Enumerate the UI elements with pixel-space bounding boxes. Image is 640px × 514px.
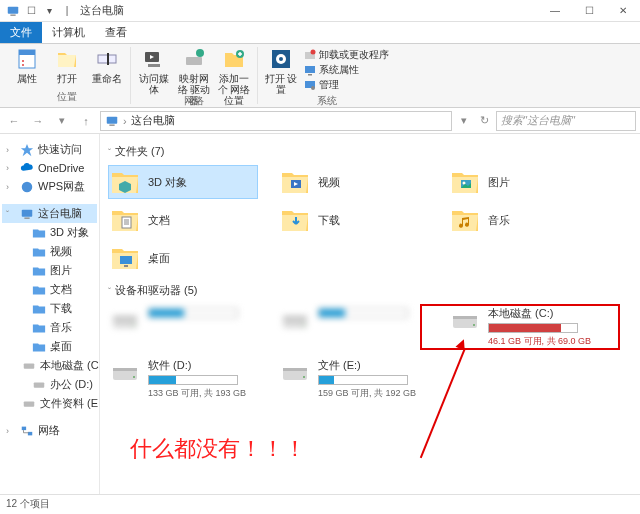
drive-name: 本地磁盘 (C:) — [488, 306, 591, 321]
folder-item[interactable]: 3D 对象 — [108, 165, 258, 199]
svg-rect-48 — [453, 316, 477, 319]
expand-icon[interactable]: ˇ — [6, 209, 16, 219]
drive-item[interactable] — [278, 304, 428, 350]
svg-rect-32 — [22, 426, 26, 430]
properties-label: 属性 — [17, 73, 37, 84]
expand-icon[interactable]: › — [6, 182, 16, 192]
folder-item[interactable]: 桌面 — [108, 241, 258, 275]
main-area: ›快速访问›OneDrive›WPS网盘ˇ这台电脑3D 对象视频图片文档下载音乐… — [0, 134, 640, 494]
maximize-button[interactable]: ☐ — [572, 0, 606, 22]
folder-label: 下载 — [318, 213, 340, 228]
ribbon-group-network: 访问媒体 映射网络 驱动器 添加一个 网络位置 网络 — [131, 47, 258, 104]
drive-item[interactable] — [108, 304, 258, 350]
manage-button[interactable]: 管理 — [304, 77, 339, 92]
close-button[interactable]: ✕ — [606, 0, 640, 22]
address-bar[interactable]: › 这台电脑 — [100, 111, 452, 131]
svg-rect-54 — [283, 368, 307, 371]
sidebar-item-label: 3D 对象 — [50, 225, 89, 240]
drive-grid: 本地磁盘 (C:)46.1 GB 可用, 共 69.0 GB软件 (D:)133… — [108, 304, 632, 402]
minimize-button[interactable]: — — [538, 0, 572, 22]
drive-bar — [148, 375, 238, 385]
pc-icon[interactable] — [6, 4, 20, 18]
svg-rect-7 — [107, 53, 109, 65]
addr-dropdown-button[interactable]: ▾ — [456, 111, 472, 131]
sidebar-item-4[interactable]: 3D 对象 — [2, 223, 97, 242]
chevron-down-icon: ˇ — [108, 286, 111, 296]
sidebar-item-label: 文件资料 (E:) — [40, 396, 100, 411]
sidebar: ›快速访问›OneDrive›WPS网盘ˇ这台电脑3D 对象视频图片文档下载音乐… — [0, 134, 100, 494]
svg-rect-11 — [186, 57, 202, 65]
folder-item[interactable]: 视频 — [278, 165, 428, 199]
chevron-right-icon: › — [123, 115, 127, 127]
sidebar-item-10[interactable]: 桌面 — [2, 337, 97, 356]
access-media-button[interactable]: 访问媒体 — [137, 47, 171, 95]
tab-computer[interactable]: 计算机 — [42, 22, 95, 43]
sysprops-label: 系统属性 — [319, 63, 359, 77]
uninstall-button[interactable]: 卸载或更改程序 — [304, 47, 389, 62]
svg-point-16 — [279, 57, 283, 61]
quick-access-icons: ☐ ▾ | — [0, 4, 74, 18]
folders-header[interactable]: ˇ 文件夹 (7) — [108, 144, 632, 159]
sidebar-item-2[interactable]: ›WPS网盘 — [2, 177, 97, 196]
expand-icon[interactable]: › — [6, 163, 16, 173]
expand-icon[interactable]: › — [6, 426, 16, 436]
back-button[interactable]: ← — [4, 111, 24, 131]
history-button[interactable]: ▾ — [52, 111, 72, 131]
sidebar-item-11[interactable]: 本地磁盘 (C:) — [2, 356, 97, 375]
sidebar-item-13[interactable]: 文件资料 (E:) — [2, 394, 97, 413]
folder-item[interactable]: 下载 — [278, 203, 428, 237]
tab-file[interactable]: 文件 — [0, 22, 42, 43]
sidebar-item-1[interactable]: ›OneDrive — [2, 159, 97, 177]
open-settings-button[interactable]: 打开 设置 — [264, 47, 298, 95]
checkbox-icon[interactable]: ☐ — [24, 4, 38, 18]
add-network-button[interactable]: 添加一个 网络位置 — [217, 47, 251, 106]
sidebar-item-14[interactable]: ›网络 — [2, 421, 97, 440]
tab-view[interactable]: 查看 — [95, 22, 137, 43]
sysprops-button[interactable]: 系统属性 — [304, 62, 359, 77]
sidebar-item-3[interactable]: ˇ这台电脑 — [2, 204, 97, 223]
svg-rect-24 — [109, 124, 114, 125]
folder-item[interactable]: 文档 — [108, 203, 258, 237]
drives-header[interactable]: ˇ 设备和驱动器 (5) — [108, 283, 632, 298]
svg-point-43 — [133, 324, 135, 326]
sidebar-item-label: 这台电脑 — [38, 206, 82, 221]
forward-button[interactable]: → — [28, 111, 48, 131]
drive-item[interactable]: 本地磁盘 (C:)46.1 GB 可用, 共 69.0 GB — [448, 304, 598, 350]
open-button[interactable]: 打开 — [50, 47, 84, 84]
separator-icon: | — [60, 4, 74, 18]
sidebar-item-6[interactable]: 图片 — [2, 261, 97, 280]
sidebar-item-8[interactable]: 下载 — [2, 299, 97, 318]
drive-item[interactable]: 文件 (E:)159 GB 可用, 共 192 GB — [278, 356, 428, 402]
rename-button[interactable]: 重命名 — [90, 47, 124, 84]
sidebar-item-label: WPS网盘 — [38, 179, 85, 194]
sidebar-item-9[interactable]: 音乐 — [2, 318, 97, 337]
ribbon-group-system: 打开 设置 卸载或更改程序 系统属性 管理 系统 — [258, 47, 395, 104]
folder-item[interactable]: 音乐 — [448, 203, 598, 237]
ribbon-cap-location: 位置 — [57, 90, 77, 104]
up-button[interactable]: ↑ — [76, 111, 96, 131]
sidebar-item-12[interactable]: 办公 (D:) — [2, 375, 97, 394]
search-input[interactable]: 搜索"这台电脑" — [496, 111, 636, 131]
sidebar-item-7[interactable]: 文档 — [2, 280, 97, 299]
tab-bar: 文件 计算机 查看 — [0, 22, 640, 44]
folder-item[interactable]: 图片 — [448, 165, 598, 199]
drive-bar — [488, 323, 578, 333]
folder-label: 桌面 — [148, 251, 170, 266]
svg-marker-25 — [21, 143, 33, 155]
svg-rect-40 — [124, 265, 128, 267]
sidebar-item-0[interactable]: ›快速访问 — [2, 140, 97, 159]
breadcrumb[interactable]: 这台电脑 — [131, 113, 175, 128]
status-text: 12 个项目 — [6, 497, 50, 511]
folder-label: 文档 — [148, 213, 170, 228]
dropdown-icon[interactable]: ▾ — [42, 4, 56, 18]
sidebar-item-5[interactable]: 视频 — [2, 242, 97, 261]
expand-icon[interactable]: › — [6, 145, 16, 155]
svg-rect-30 — [33, 382, 44, 387]
drive-stat: 46.1 GB 可用, 共 69.0 GB — [488, 335, 591, 348]
drive-item[interactable]: 软件 (D:)133 GB 可用, 共 193 GB — [108, 356, 258, 402]
properties-button[interactable]: 属性 — [10, 47, 44, 84]
refresh-button[interactable]: ↻ — [476, 111, 492, 131]
content-pane: ˇ 文件夹 (7) 3D 对象视频图片文档下载音乐桌面 ˇ 设备和驱动器 (5)… — [100, 134, 640, 494]
svg-point-55 — [303, 376, 305, 378]
pc-icon — [105, 114, 119, 128]
